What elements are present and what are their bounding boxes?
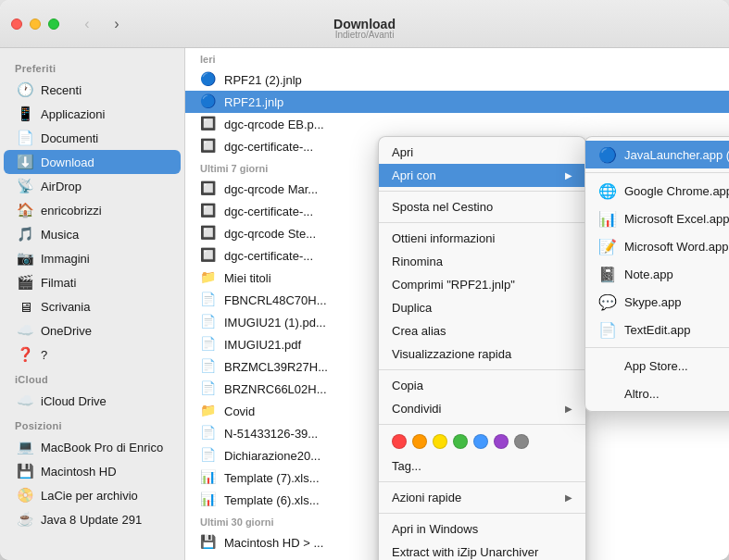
submenu-item-javalauncher[interactable]: 🔵 JavaLauncher.app (default) bbox=[585, 141, 729, 168]
applicazioni-icon: 📱 bbox=[17, 106, 33, 122]
sidebar-item-macbook[interactable]: 💻 MacBook Pro di Enrico bbox=[4, 435, 181, 459]
color-dot-gray[interactable] bbox=[514, 434, 529, 449]
color-dot-orange[interactable] bbox=[412, 434, 427, 449]
color-dot-red[interactable] bbox=[392, 434, 407, 449]
onedrive-icon: ☁️ bbox=[17, 322, 33, 339]
imugiu21-icon: 📄 bbox=[200, 336, 217, 353]
sidebar-item-applicazioni[interactable]: 📱 Applicazioni bbox=[4, 102, 181, 126]
minimize-button[interactable] bbox=[30, 19, 41, 30]
javalauncher-icon: 🔵 bbox=[598, 145, 617, 164]
dgc-qrcode-eb-icon: 🔲 bbox=[200, 116, 217, 132]
sidebar-item-lacie[interactable]: 📀 LaCie per archivio bbox=[4, 483, 181, 507]
sidebar-item-question[interactable]: ❓ ? bbox=[4, 342, 181, 367]
menu-item-sposta-cestino[interactable]: Sposta nel Cestino bbox=[379, 195, 585, 218]
menu-item-rinomina-label: Rinomina bbox=[392, 255, 443, 268]
back-button[interactable]: ‹ bbox=[74, 15, 100, 33]
forward-button[interactable]: › bbox=[104, 15, 130, 33]
submenu-item-notes[interactable]: 📓 Note.app bbox=[585, 260, 729, 288]
maximize-button[interactable] bbox=[48, 19, 59, 30]
dgc-qrcode-ste-icon: 🔲 bbox=[200, 225, 217, 242]
file-row-dgc-qrcode-eb[interactable]: 🔲 dgc-qrcode EB.p... bbox=[185, 113, 729, 135]
sidebar-item-filmati[interactable]: 🎬 Filmati bbox=[4, 270, 181, 294]
menu-item-copia[interactable]: Copia bbox=[379, 374, 585, 397]
sidebar-item-download[interactable]: ⬇️ Download bbox=[4, 150, 181, 174]
recenti-icon: 🕐 bbox=[17, 81, 33, 98]
sidebar-item-onedrive[interactable]: ☁️ OneDrive bbox=[4, 318, 181, 342]
airdrop-icon: 📡 bbox=[17, 178, 33, 194]
menu-item-apri-con-label: Apri con bbox=[392, 168, 436, 182]
submenu-item-word[interactable]: 📝 Microsoft Word.app bbox=[585, 232, 729, 260]
file-row-rpf21[interactable]: 🔵 RPF21.jnlp bbox=[185, 91, 729, 113]
submenu-item-chrome[interactable]: 🌐 Google Chrome.app bbox=[585, 177, 729, 205]
color-dot-purple[interactable] bbox=[494, 434, 509, 449]
macintosh-hd-item-icon: 💾 bbox=[200, 534, 217, 551]
submenu-label-appstore: App Store... bbox=[624, 359, 688, 373]
menu-item-rinomina[interactable]: Rinomina bbox=[379, 250, 585, 273]
submenu-item-excel[interactable]: 📊 Microsoft Excel.app bbox=[585, 205, 729, 232]
menu-item-ottieni-info[interactable]: Ottieni informazioni bbox=[379, 227, 585, 250]
menu-item-apri-con[interactable]: Apri con ▶ bbox=[379, 164, 585, 187]
close-button[interactable] bbox=[11, 19, 22, 30]
menu-item-crea-alias[interactable]: Crea alias bbox=[379, 319, 585, 342]
separator-6 bbox=[379, 513, 585, 514]
menu-item-extract[interactable]: Extract with iZip Unarchiver bbox=[379, 541, 585, 560]
sidebar-item-java[interactable]: ☕ Java 8 Update 291 bbox=[4, 507, 181, 531]
skype-icon: 💬 bbox=[598, 292, 617, 311]
file-label-template7: Template (7).xls... bbox=[224, 471, 320, 485]
sidebar-item-documenti[interactable]: 📄 Documenti bbox=[4, 126, 181, 150]
submenu-item-skype[interactable]: 💬 Skype.app bbox=[585, 288, 729, 316]
submenu-label-textedit: TextEdit.app bbox=[624, 323, 691, 337]
window-subtitle: Indietro/Avanti bbox=[335, 30, 395, 40]
sidebar-item-immagini[interactable]: 📷 Immagini bbox=[4, 246, 181, 270]
menu-item-apri-label: Apri bbox=[392, 145, 413, 159]
menu-item-extract-label: Extract with iZip Unarchiver bbox=[392, 545, 538, 559]
sidebar-label-lacie: LaCie per archivio bbox=[41, 489, 138, 503]
sidebar-item-musica[interactable]: 🎵 Musica bbox=[4, 222, 181, 246]
menu-item-apri[interactable]: Apri bbox=[379, 141, 585, 164]
finder-window: ‹ › Download Indietro/Avanti Preferiti 🕐… bbox=[0, 0, 729, 560]
dgc-qrcode-mar-icon: 🔲 bbox=[200, 180, 217, 197]
file-label-dgc-cert-2: dgc-certificate-... bbox=[224, 205, 313, 218]
file-row-rpf21-2[interactable]: 🔵 RPF21 (2).jnlp bbox=[185, 68, 729, 91]
sidebar-label-question: ? bbox=[41, 348, 47, 362]
question-icon: ❓ bbox=[17, 346, 33, 363]
sidebar-item-enricobrizzi[interactable]: 🏠 enricobrizzi bbox=[4, 198, 181, 222]
sidebar-label-immagini: Immagini bbox=[41, 252, 90, 266]
file-label-rpf21: RPF21.jnlp bbox=[224, 95, 283, 109]
submenu-item-textedit[interactable]: 📄 TextEdit.app bbox=[585, 316, 729, 343]
sidebar-item-scrivania[interactable]: 🖥 Scrivania bbox=[4, 294, 181, 318]
sidebar: Preferiti 🕐 Recenti 📱 Applicazioni 📄 Doc… bbox=[0, 48, 185, 560]
color-dot-blue[interactable] bbox=[473, 434, 488, 449]
file-label-dgc-qrcode-mar: dgc-qrcode Mar... bbox=[224, 182, 318, 196]
dgc-cert-2-icon: 🔲 bbox=[200, 203, 217, 219]
menu-item-tag[interactable]: Tag... bbox=[379, 454, 585, 478]
menu-item-duplica[interactable]: Duplica bbox=[379, 296, 585, 319]
color-dot-green[interactable] bbox=[453, 434, 468, 449]
context-menu-wrapper: Apri Apri con ▶ Sposta nel Cestino Ottie… bbox=[378, 136, 586, 560]
sidebar-item-icloud-drive[interactable]: ☁️ iCloud Drive bbox=[4, 389, 181, 413]
menu-item-condividi-label: Condividi bbox=[392, 402, 441, 416]
java-icon: ☕ bbox=[17, 511, 33, 528]
submenu-item-appstore[interactable]: App Store... bbox=[585, 352, 729, 380]
excel-icon: 📊 bbox=[598, 209, 617, 228]
menu-item-azioni-rapide[interactable]: Azioni rapide ▶ bbox=[379, 486, 585, 509]
azioni-arrow: ▶ bbox=[565, 492, 572, 503]
sidebar-item-airdrop[interactable]: 📡 AirDrop bbox=[4, 174, 181, 198]
sidebar-label-airdrop: AirDrop bbox=[41, 180, 82, 193]
submenu-label-word: Microsoft Word.app bbox=[624, 240, 728, 254]
sidebar-label-icloud: iCloud Drive bbox=[41, 394, 107, 408]
menu-item-azioni-label: Azioni rapide bbox=[392, 491, 461, 504]
menu-item-condividi[interactable]: Condividi ▶ bbox=[379, 397, 585, 420]
sidebar-label-documenti: Documenti bbox=[41, 131, 98, 145]
color-dot-yellow[interactable] bbox=[433, 434, 447, 449]
file-label-template6: Template (6).xls... bbox=[224, 493, 320, 507]
submenu-label-chrome: Google Chrome.app bbox=[624, 184, 729, 198]
menu-item-comprimi[interactable]: Comprimi "RPF21.jnlp" bbox=[379, 273, 585, 296]
submenu-item-altro[interactable]: Altro... bbox=[585, 380, 729, 407]
menu-item-apri-windows[interactable]: Apri in Windows bbox=[379, 517, 585, 541]
file-area: Ieri 🔵 RPF21 (2).jnlp 🔵 RPF21.jnlp 🔲 dgc… bbox=[185, 48, 729, 560]
sidebar-label-onedrive: OneDrive bbox=[41, 324, 92, 338]
sidebar-item-recenti[interactable]: 🕐 Recenti bbox=[4, 78, 181, 102]
menu-item-visualizzazione[interactable]: Visualizzazione rapida bbox=[379, 342, 585, 366]
sidebar-item-macintosh-hd[interactable]: 💾 Macintosh HD bbox=[4, 459, 181, 483]
